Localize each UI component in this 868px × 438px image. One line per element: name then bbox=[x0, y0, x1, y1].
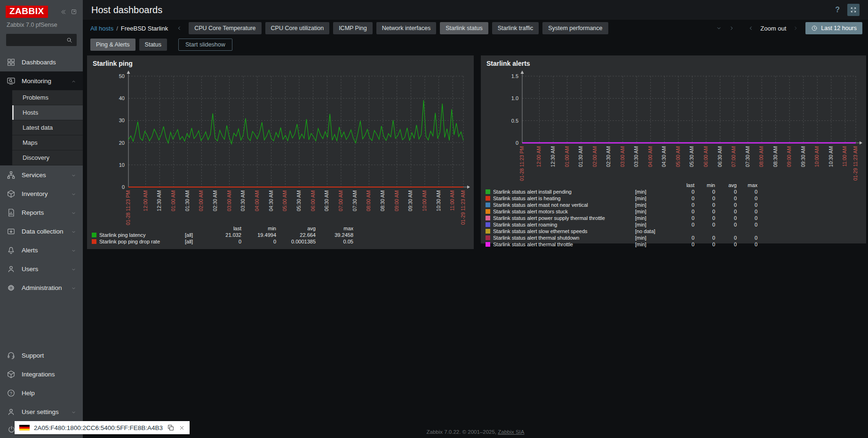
legend-series-name[interactable]: Starlink status alert mast not near vert… bbox=[493, 202, 635, 208]
svg-text:07:00 AM: 07:00 AM bbox=[338, 190, 343, 211]
sidebar-item-administration[interactable]: Administration bbox=[0, 278, 83, 297]
tab-starlink-traffic[interactable]: Starlink traffic bbox=[492, 22, 539, 34]
legend-max-value: 0 bbox=[737, 209, 757, 214]
search-input[interactable] bbox=[10, 36, 66, 44]
svg-text:09:00 AM: 09:00 AM bbox=[786, 146, 792, 167]
sidebar-item-dashboards[interactable]: Dashboards bbox=[0, 53, 83, 71]
tab-starlink-status[interactable]: Starlink status bbox=[440, 22, 488, 34]
legend-series-name[interactable]: Starlink status alert install pending bbox=[493, 189, 635, 195]
close-icon[interactable] bbox=[179, 425, 185, 431]
legend-series-name[interactable]: Starlink status alert power supply therm… bbox=[493, 215, 635, 221]
legend-series-name[interactable]: Starlink status alert thermal throttle bbox=[493, 242, 635, 247]
dashboard-tabs: CPU Core TemperatureCPU Core utilization… bbox=[189, 22, 608, 34]
sidebar-item-label: Dashboards bbox=[22, 59, 56, 66]
time-controls: Zoom out Last 12 hours bbox=[716, 22, 862, 34]
sidebar-subitem-hosts[interactable]: Hosts bbox=[12, 105, 83, 120]
legend-series-scope: [min] bbox=[635, 242, 673, 247]
start-slideshow-button[interactable]: Start slideshow bbox=[178, 39, 232, 51]
sidebar-subitem-maps[interactable]: Maps bbox=[12, 135, 83, 150]
page-tab-status[interactable]: Status bbox=[139, 39, 167, 51]
sidebar-item-integrations[interactable]: Integrations bbox=[0, 365, 83, 383]
clock-icon bbox=[811, 25, 818, 31]
sidebar-subitem-latest-data[interactable]: Latest data bbox=[12, 120, 83, 135]
dashboard-next-chevron-right-icon[interactable] bbox=[729, 25, 734, 31]
legend-swatch[interactable] bbox=[486, 196, 490, 201]
sidebar-item-label: Administration bbox=[22, 284, 62, 291]
page-tab-ping-alerts[interactable]: Ping & Alerts bbox=[90, 39, 135, 51]
dashboard-list-chevron-down-icon[interactable] bbox=[716, 25, 722, 31]
legend-swatch[interactable] bbox=[486, 229, 490, 234]
legend-header-last: last bbox=[208, 226, 241, 231]
svg-text:30: 30 bbox=[119, 117, 125, 123]
legend-series-name[interactable]: Starlink pop ping drop rate bbox=[99, 239, 185, 244]
svg-text:0: 0 bbox=[516, 140, 518, 146]
legend-series-name[interactable]: Starlink status alert motors stuck bbox=[493, 209, 635, 214]
svg-text:0: 0 bbox=[122, 184, 125, 190]
legend-series-name[interactable]: Starlink status alert slow ethernet spee… bbox=[493, 228, 635, 234]
svg-text:06:30 AM: 06:30 AM bbox=[717, 146, 723, 167]
breadcrumb-all-hosts[interactable]: All hosts bbox=[90, 25, 113, 32]
sidebar-item-users[interactable]: Users bbox=[0, 259, 83, 278]
zoom-out-button[interactable]: Zoom out bbox=[760, 25, 786, 32]
tab-system-performance[interactable]: System performance bbox=[542, 22, 608, 34]
copy-icon[interactable] bbox=[167, 424, 175, 431]
legend-swatch[interactable] bbox=[486, 222, 490, 227]
widget-title: Starlink ping bbox=[87, 55, 474, 67]
legend-swatch[interactable] bbox=[92, 233, 96, 237]
sidebar-item-reports[interactable]: Reports bbox=[0, 203, 83, 222]
starlink-ping-legend: lastminavgmaxStarlink ping latency[all]2… bbox=[92, 226, 353, 244]
legend-last-value: 0 bbox=[673, 242, 694, 247]
svg-text:02:00 AM: 02:00 AM bbox=[592, 146, 597, 167]
collapse-sidebar-icon[interactable] bbox=[60, 8, 67, 16]
time-forward-chevron-right-icon[interactable] bbox=[793, 25, 798, 31]
legend-series-name[interactable]: Starlink status alert roaming bbox=[493, 222, 635, 227]
tab-icmp-ping[interactable]: ICMP Ping bbox=[333, 22, 373, 34]
svg-text:02:30 AM: 02:30 AM bbox=[605, 146, 611, 167]
legend-min-value: 0 bbox=[694, 196, 715, 201]
legend-swatch[interactable] bbox=[486, 203, 490, 207]
legend-avg-value: 0 bbox=[715, 209, 737, 214]
footer-link[interactable]: Zabbix SIA bbox=[498, 429, 524, 435]
help-icon: ? bbox=[7, 389, 16, 398]
fullscreen-icon[interactable] bbox=[847, 4, 860, 16]
legend-swatch[interactable] bbox=[486, 216, 490, 220]
legend-swatch[interactable] bbox=[486, 242, 490, 247]
legend-series-name[interactable]: Starlink status alert is heating bbox=[493, 196, 635, 201]
legend-series-name[interactable]: Starlink status alert thermal shutdown bbox=[493, 235, 635, 241]
main-area: Host dashboards ? All hosts / FreeBSD St… bbox=[83, 0, 868, 438]
svg-text:10:00 AM: 10:00 AM bbox=[422, 190, 427, 211]
tabs-scroll-left-icon[interactable] bbox=[176, 25, 182, 31]
undock-sidebar-icon[interactable] bbox=[71, 8, 77, 15]
legend-swatch[interactable] bbox=[486, 189, 490, 194]
svg-text:09:30 AM: 09:30 AM bbox=[800, 146, 806, 167]
tab-cpu-core-temperature[interactable]: CPU Core Temperature bbox=[189, 22, 261, 34]
sidebar-item-help[interactable]: ?Help bbox=[0, 383, 83, 402]
sidebar-item-services[interactable]: Services bbox=[0, 165, 83, 184]
sidebar-item-user-settings[interactable]: User settings bbox=[0, 402, 83, 421]
integrations-icon bbox=[7, 370, 16, 379]
tab-network-interfaces[interactable]: Network interfaces bbox=[376, 22, 437, 34]
legend-last-value: 0 bbox=[208, 239, 241, 244]
legend-swatch[interactable] bbox=[92, 239, 96, 244]
tab-cpu-core-utilization[interactable]: CPU Core utilization bbox=[265, 22, 330, 34]
monitoring-icon bbox=[7, 77, 16, 86]
zabbix-logo[interactable]: ZABBIX bbox=[6, 6, 48, 18]
page-title: Host dashboards bbox=[91, 5, 162, 16]
sidebar-search[interactable] bbox=[6, 34, 77, 46]
starlink-ping-chart[interactable]: 0102030405001-28 11:23 PM12:00 AM12:30 A… bbox=[87, 69, 474, 232]
germany-flag-icon bbox=[19, 425, 30, 431]
legend-swatch[interactable] bbox=[486, 235, 490, 240]
starlink-alerts-chart[interactable]: 00.51.01.501-28 11:23 PM12:00 AM12:30 AM… bbox=[481, 69, 866, 187]
legend-series-name[interactable]: Starlink ping latency bbox=[99, 232, 185, 238]
sidebar-item-monitoring[interactable]: Monitoring bbox=[0, 71, 83, 90]
sidebar-item-data-collection[interactable]: Data collection bbox=[0, 222, 83, 241]
sidebar-item-alerts[interactable]: Alerts bbox=[0, 241, 83, 259]
sidebar-item-inventory[interactable]: Inventory bbox=[0, 184, 83, 203]
time-range-button[interactable]: Last 12 hours bbox=[805, 22, 862, 34]
legend-swatch[interactable] bbox=[486, 209, 490, 214]
help-icon[interactable]: ? bbox=[835, 6, 840, 14]
sidebar-subitem-discovery[interactable]: Discovery bbox=[12, 150, 83, 165]
sidebar-subitem-problems[interactable]: Problems bbox=[12, 90, 83, 105]
time-back-chevron-left-icon[interactable] bbox=[748, 25, 754, 31]
sidebar-item-support[interactable]: Support bbox=[0, 346, 83, 365]
